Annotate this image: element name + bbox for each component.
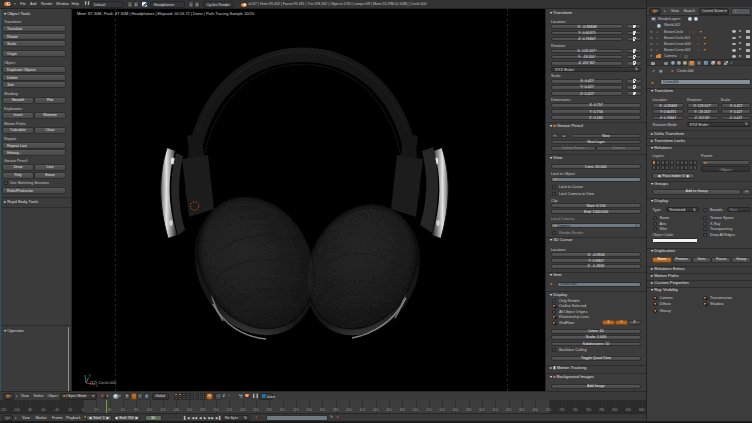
svg-text:y: y — [89, 373, 91, 377]
